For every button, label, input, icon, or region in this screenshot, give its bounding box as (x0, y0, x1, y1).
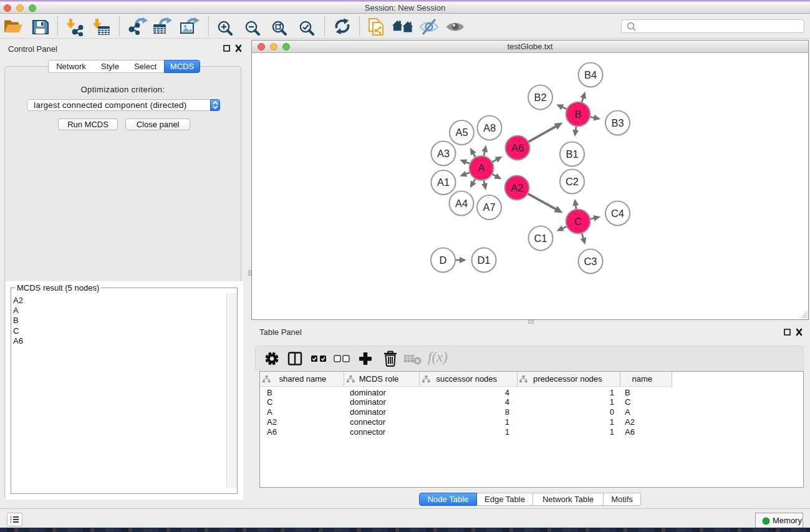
svg-text:A: A (478, 162, 485, 173)
svg-text:D: D (440, 254, 447, 266)
svg-text:B4: B4 (584, 69, 597, 80)
svg-text:A8: A8 (483, 122, 496, 133)
svg-text:B1: B1 (566, 148, 578, 160)
svg-text:B: B (575, 109, 582, 120)
svg-text:C3: C3 (584, 256, 597, 267)
svg-text:A3: A3 (437, 148, 450, 159)
svg-text:C1: C1 (534, 233, 547, 244)
svg-text:A4: A4 (455, 198, 468, 209)
svg-text:A2: A2 (511, 182, 523, 193)
svg-text:C4: C4 (611, 208, 624, 219)
svg-text:C2: C2 (566, 176, 579, 187)
svg-text:B3: B3 (611, 117, 624, 128)
svg-text:A6: A6 (511, 142, 524, 153)
svg-text:A5: A5 (455, 127, 468, 138)
svg-text:A7: A7 (483, 201, 495, 213)
svg-text:C: C (574, 216, 582, 227)
svg-text:B2: B2 (534, 92, 546, 103)
svg-text:D1: D1 (478, 254, 491, 266)
svg-text:A1: A1 (437, 177, 450, 188)
